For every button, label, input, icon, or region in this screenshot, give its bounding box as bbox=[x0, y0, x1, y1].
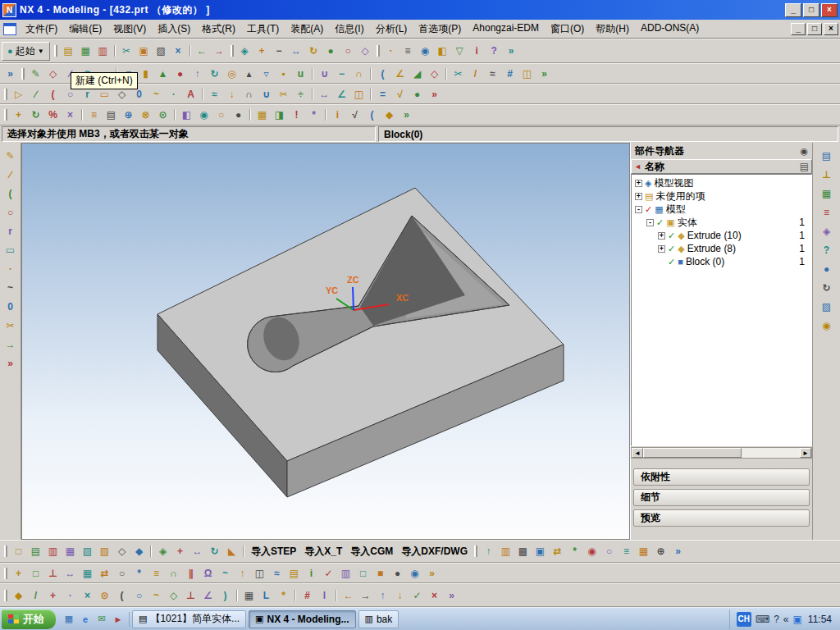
tree-label[interactable]: 未使用的项 bbox=[655, 189, 705, 203]
constraint-navigator-icon[interactable]: ⊥ bbox=[818, 166, 835, 183]
delete-icon[interactable]: × bbox=[170, 43, 187, 60]
hole-icon[interactable]: ◎ bbox=[223, 65, 240, 82]
intersection-curve-icon[interactable]: ∩ bbox=[240, 85, 258, 103]
replace-component-icon[interactable]: ⇄ bbox=[96, 564, 113, 582]
grid-toggle-icon[interactable]: ▦ bbox=[635, 543, 652, 560]
blank-object-icon[interactable]: ○ bbox=[212, 107, 230, 124]
extrude-icon[interactable]: ↑ bbox=[189, 65, 206, 82]
curve-analysis-icon[interactable]: ( bbox=[363, 107, 381, 124]
overflow-icon[interactable]: » bbox=[443, 587, 460, 604]
redo-icon[interactable]: → bbox=[211, 43, 228, 60]
sequence-icon[interactable]: ≡ bbox=[148, 564, 165, 582]
triad-toggle-icon[interactable]: ⊕ bbox=[652, 543, 669, 560]
delete-object-icon[interactable]: × bbox=[62, 107, 79, 124]
shaded-view-icon[interactable]: ● bbox=[322, 43, 340, 60]
cgm-export-icon[interactable]: ▣ bbox=[532, 543, 549, 560]
undo-icon[interactable]: ← bbox=[194, 43, 211, 60]
spline-tool-icon[interactable]: ~ bbox=[2, 279, 19, 296]
show-hide-icon[interactable]: ◉ bbox=[417, 43, 434, 60]
show-and-hide-icon[interactable]: ◉ bbox=[195, 107, 212, 124]
clip-section-icon[interactable]: ◨ bbox=[271, 107, 288, 124]
export-part-icon[interactable]: ↑ bbox=[480, 543, 497, 560]
document-icon[interactable] bbox=[3, 23, 16, 35]
simple-analysis-icon[interactable]: √ bbox=[391, 85, 409, 103]
analysis-check-icon[interactable]: √ bbox=[346, 107, 363, 124]
tree-label[interactable]: 模型视图 bbox=[654, 176, 693, 190]
text-curve-icon[interactable]: A bbox=[182, 85, 199, 103]
menu-item[interactable]: Ahongzai-EDM bbox=[467, 21, 545, 38]
nx-task[interactable]: ▣NX 4 - Modeling... bbox=[249, 610, 355, 628]
internet-browser-icon[interactable]: ● bbox=[818, 260, 835, 277]
fit-all-icon[interactable]: ◈ bbox=[154, 543, 171, 560]
reuse-library-icon[interactable]: ◈ bbox=[818, 222, 835, 240]
mirror-assembly-icon[interactable]: ◫ bbox=[251, 564, 268, 582]
view-preferences-icon[interactable]: ≡ bbox=[618, 543, 635, 560]
expressions-icon[interactable]: = bbox=[374, 85, 391, 103]
checkmark-icon[interactable]: ✓ bbox=[668, 257, 675, 267]
collapse-arrow-icon[interactable]: ◄ bbox=[634, 162, 641, 171]
shell-icon[interactable]: ◇ bbox=[426, 65, 443, 82]
suppress-component-icon[interactable]: ○ bbox=[113, 564, 130, 582]
overflow-icon[interactable]: » bbox=[536, 65, 553, 82]
point-on-curve-icon[interactable]: ~ bbox=[148, 587, 165, 604]
project-curve-icon[interactable]: ↓ bbox=[223, 85, 240, 103]
help-panel-icon[interactable]: ? bbox=[818, 241, 835, 258]
operation-navigator-icon[interactable]: ≡ bbox=[818, 203, 835, 221]
rectangle-tool-icon[interactable]: ▭ bbox=[2, 241, 19, 258]
pad-icon[interactable]: ▪ bbox=[275, 65, 292, 82]
expand-box[interactable]: + bbox=[658, 232, 665, 240]
move-component-icon[interactable]: ↔ bbox=[62, 564, 79, 582]
wcs-orient-icon[interactable]: ⊗ bbox=[137, 107, 154, 124]
measure-distance-icon[interactable]: ↔ bbox=[316, 85, 333, 103]
help-icon[interactable]: ? bbox=[486, 43, 503, 60]
show-desktop-icon[interactable]: ▦ bbox=[62, 612, 76, 627]
update-model-icon[interactable]: ! bbox=[288, 107, 305, 124]
selection-filter-icon[interactable]: ▽ bbox=[451, 43, 468, 60]
tree-label[interactable]: Block (0) bbox=[686, 256, 724, 267]
copy-icon[interactable]: ▣ bbox=[135, 43, 153, 60]
ime-language-badge[interactable]: CH bbox=[737, 612, 751, 627]
measure-angle-icon[interactable]: ∠ bbox=[333, 85, 350, 103]
menu-item[interactable]: 分析(L) bbox=[370, 21, 413, 38]
checkmark-icon[interactable]: ✓ bbox=[645, 204, 652, 215]
menu-item[interactable]: 插入(S) bbox=[152, 21, 196, 38]
snap-toggle-icon[interactable]: ◆ bbox=[10, 587, 27, 604]
menu-item[interactable]: 帮助(H) bbox=[590, 21, 635, 38]
displayed-part-icon[interactable]: ◉ bbox=[406, 564, 423, 582]
folder-task[interactable]: ▥bak bbox=[358, 610, 399, 628]
edit-object-display-icon[interactable]: ◧ bbox=[434, 43, 451, 60]
print-view-icon[interactable]: ▥ bbox=[497, 543, 514, 560]
datum-plane-icon[interactable]: ◇ bbox=[44, 65, 62, 82]
toolbar-drag-handle[interactable] bbox=[4, 590, 7, 601]
overflow-icon[interactable]: » bbox=[669, 543, 687, 560]
bottom-view-icon[interactable]: ▧ bbox=[79, 543, 96, 560]
intersect-icon[interactable]: ∩ bbox=[350, 65, 368, 82]
constraint-point-icon[interactable]: ⊥ bbox=[182, 587, 199, 604]
back-view-icon[interactable]: ▨ bbox=[96, 543, 113, 560]
close-button[interactable]: × bbox=[821, 3, 838, 17]
redraw-icon[interactable]: * bbox=[566, 543, 583, 560]
minimize-button[interactable]: _ bbox=[785, 3, 801, 17]
unblank-object-icon[interactable]: ● bbox=[230, 107, 247, 124]
unite-icon[interactable]: ∪ bbox=[316, 65, 333, 82]
sync-views-icon[interactable]: ⇄ bbox=[549, 543, 566, 560]
assembly-weight-icon[interactable]: Ω bbox=[199, 564, 217, 582]
zoom-out-icon[interactable]: − bbox=[271, 43, 288, 60]
mate-constraint-icon[interactable]: ⊥ bbox=[44, 564, 62, 582]
subtract-icon[interactable]: − bbox=[333, 65, 350, 82]
checkmark-icon[interactable]: ✓ bbox=[668, 231, 675, 241]
rotate-view-icon[interactable]: ↻ bbox=[206, 543, 223, 560]
trim-curve-icon[interactable]: ✂ bbox=[275, 85, 292, 103]
create-component-icon[interactable]: □ bbox=[27, 564, 44, 582]
section-preview[interactable]: 预览 bbox=[633, 509, 810, 527]
layer-settings-2-icon[interactable]: ≡ bbox=[85, 107, 103, 124]
navigator-hscrollbar[interactable]: ◄ ► bbox=[631, 447, 812, 459]
section-analysis-icon[interactable]: ◫ bbox=[350, 85, 368, 103]
menu-item[interactable]: 装配(A) bbox=[285, 21, 329, 38]
zoom-in-icon[interactable]: + bbox=[253, 43, 271, 60]
scroll-left-icon[interactable]: ◄ bbox=[632, 448, 643, 458]
face-analysis-icon[interactable]: ◆ bbox=[381, 107, 398, 124]
tree-row[interactable]: ✓■Block (0)1 bbox=[632, 255, 811, 268]
point-tool-icon[interactable]: ∙ bbox=[2, 260, 19, 277]
extend-tool-icon[interactable]: → bbox=[2, 336, 19, 353]
